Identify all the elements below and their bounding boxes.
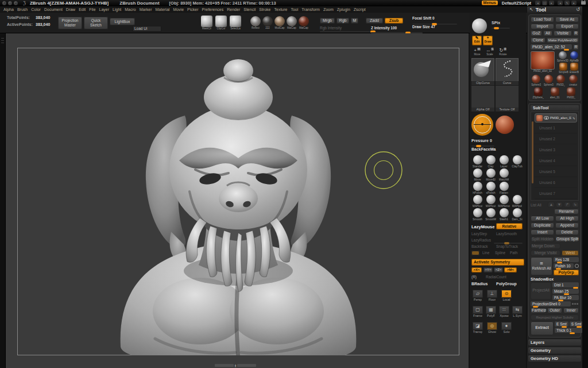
symmetry-y-button[interactable]: >Y< bbox=[483, 267, 493, 273]
view-toggle[interactable]: ▢ Frame bbox=[471, 306, 484, 317]
menu-item[interactable]: Zscript bbox=[354, 7, 366, 12]
brush-item[interactable]: Smooth bbox=[471, 208, 484, 221]
menu-item[interactable]: Macro bbox=[125, 7, 136, 12]
window-zoom-button[interactable]: + bbox=[14, 1, 18, 5]
palette-nav-icon[interactable]: ↖ bbox=[529, 7, 533, 12]
menu-item[interactable]: Tool bbox=[291, 7, 298, 12]
inner-button[interactable]: Inner bbox=[563, 308, 579, 313]
bottom-tray-handle[interactable]: ▴▾ bbox=[215, 363, 256, 367]
spix-track[interactable] bbox=[492, 28, 510, 29]
duplicate-button[interactable]: Duplicate bbox=[531, 223, 554, 228]
backtrack-button[interactable]: Backtrack bbox=[471, 244, 488, 248]
current-material-thumb[interactable] bbox=[472, 18, 487, 33]
menu-item[interactable]: Picker bbox=[187, 7, 198, 12]
line-button[interactable]: Line bbox=[482, 251, 489, 255]
brush-item[interactable]: MoveEl bbox=[484, 168, 497, 181]
menu-item[interactable]: Edit bbox=[79, 7, 86, 12]
view-toggle[interactable]: ⇆ L.Sym bbox=[511, 306, 524, 317]
lazyradius-slider[interactable]: LazyRadius bbox=[471, 238, 491, 242]
merge-visible-button[interactable]: Merge Visibl bbox=[531, 250, 560, 256]
subtool-move-in-button[interactable]: ↳ bbox=[572, 202, 579, 208]
goz-button[interactable]: GoZ bbox=[531, 30, 542, 36]
material-item[interactable]: Reflect bbox=[250, 16, 261, 29]
tool-thumb[interactable]: Sphere3 bbox=[543, 75, 555, 86]
polish-circle-toggle[interactable] bbox=[575, 264, 579, 268]
delete-button[interactable]: Delete bbox=[555, 229, 579, 235]
make-polymesh-button[interactable]: Make PolyMesh3D bbox=[547, 37, 579, 43]
brush-item[interactable]: Clay bbox=[484, 155, 497, 168]
stroke-tool-item[interactable]: MaskCir bbox=[201, 16, 212, 30]
radialcount-slider[interactable]: RadialCount bbox=[486, 275, 506, 279]
tool-thumb[interactable]: creatur bbox=[568, 75, 579, 86]
pressure-slider[interactable]: Pressure 0 bbox=[471, 139, 492, 143]
activate-symmetry-button[interactable]: Activate Symmetry bbox=[471, 259, 524, 266]
lock-icon[interactable] bbox=[581, 1, 586, 5]
view-toggle[interactable]: ● Solo bbox=[500, 322, 513, 334]
menu-item[interactable]: Render bbox=[227, 7, 240, 12]
shadowbox-button[interactable]: ShadowBox bbox=[531, 277, 579, 281]
lightbox-button[interactable]: LightBox bbox=[110, 18, 135, 25]
menu-item[interactable]: Preferences bbox=[202, 7, 224, 12]
menu-item[interactable]: Draw bbox=[66, 7, 75, 12]
menu-item[interactable]: Marker bbox=[140, 7, 152, 12]
material-item[interactable]: 222 bbox=[262, 16, 273, 29]
subtool-unused-row[interactable]: Unused 6 bbox=[535, 177, 577, 188]
polygroup-button[interactable]: PolyGroup bbox=[496, 282, 517, 286]
merge-down-button[interactable]: Merge Down bbox=[531, 243, 560, 249]
subtool-scrollbar[interactable] bbox=[532, 121, 533, 183]
brush-item[interactable]: Flatten bbox=[497, 182, 510, 194]
visible-button[interactable]: Visible bbox=[554, 30, 572, 36]
brush-item[interactable]: Layer bbox=[497, 155, 510, 168]
save-as-button[interactable]: Save As bbox=[555, 17, 579, 22]
stroke-curve-selector[interactable]: Curve bbox=[496, 58, 519, 84]
view-toggle[interactable]: ▱ Persp bbox=[471, 290, 484, 301]
draw-button[interactable]: + Draw bbox=[483, 36, 493, 45]
menu-item[interactable]: Stroke bbox=[259, 7, 270, 12]
window-minimize-button[interactable]: − bbox=[8, 1, 12, 5]
all-button[interactable]: All bbox=[543, 30, 552, 36]
quick-sketch-button[interactable]: Quick Sketch bbox=[84, 17, 108, 29]
rgb-intensity-track[interactable] bbox=[320, 31, 376, 32]
menu-item[interactable]: File bbox=[89, 7, 95, 12]
rgb-button[interactable]: Rgb bbox=[336, 18, 349, 24]
menu-item[interactable]: Zoom bbox=[323, 7, 334, 12]
active-tool-slider[interactable]: PM3D_alien_02: 52 bbox=[531, 44, 572, 49]
view-toggle[interactable]: ⊙ Local bbox=[500, 290, 513, 301]
polish-slider[interactable]: Polish 10 bbox=[554, 263, 574, 269]
relative-button[interactable]: Relative bbox=[496, 223, 523, 229]
z-intensity-slider[interactable]: Z Intensity 100 bbox=[371, 26, 397, 30]
subtool-unused-row[interactable]: Unused 2 bbox=[535, 133, 577, 144]
project-all-button[interactable]: ProjectAll bbox=[531, 282, 551, 300]
menu-item[interactable]: Zplugin bbox=[337, 7, 350, 12]
menu-item[interactable]: Brush bbox=[17, 7, 28, 12]
load-tool-button[interactable]: Load Tool bbox=[531, 17, 554, 22]
active-tool-thumb[interactable]: PM3D_alien_02 bbox=[531, 51, 555, 74]
projection-shell-slider[interactable]: ProjectionShell 0 bbox=[531, 301, 571, 306]
rgb-intensity-slider[interactable]: Rgb Intensity bbox=[320, 26, 342, 30]
lazyradius-track[interactable] bbox=[494, 243, 523, 244]
palette-section-header[interactable]: Geometry bbox=[528, 347, 581, 354]
import-button[interactable]: Import bbox=[531, 24, 554, 29]
brush-item[interactable]: ClayTub bbox=[510, 155, 524, 168]
tool-thumb[interactable]: Sphere3D bbox=[557, 51, 568, 62]
load-ui-button[interactable]: Load Ui bbox=[133, 26, 161, 32]
menus-button[interactable]: Menus bbox=[482, 1, 498, 5]
symmetry-z-button[interactable]: >Z< bbox=[494, 267, 503, 273]
zsub-button[interactable]: Zsub bbox=[385, 18, 403, 24]
menu-item[interactable]: Transform bbox=[301, 7, 320, 12]
view-toggle[interactable]: ∷ Xpose bbox=[498, 306, 510, 317]
all-high-button[interactable]: All High bbox=[555, 216, 579, 221]
brush-item[interactable]: Move bbox=[471, 168, 484, 181]
s-smt-toggle[interactable]: S Smt bbox=[570, 321, 582, 327]
window-close-button[interactable]: × bbox=[2, 1, 6, 5]
mean-slider[interactable]: Mean 25 bbox=[552, 289, 579, 294]
view-toggle[interactable]: ▦ PolyF bbox=[485, 306, 497, 317]
subtool-move-out-button[interactable]: ↱ bbox=[564, 202, 571, 208]
export-button[interactable]: Export bbox=[555, 24, 579, 29]
texture-selector[interactable]: Texture Off bbox=[496, 86, 519, 112]
tool-thumb[interactable]: SimpleB bbox=[559, 63, 568, 74]
subtool-unused-row[interactable]: Unused 1 bbox=[535, 122, 577, 133]
prev-doc-icon[interactable]: ◂ bbox=[535, 1, 540, 5]
all-low-button[interactable]: All Low bbox=[531, 216, 554, 221]
subtool-down-button[interactable]: ▼ bbox=[556, 202, 563, 208]
